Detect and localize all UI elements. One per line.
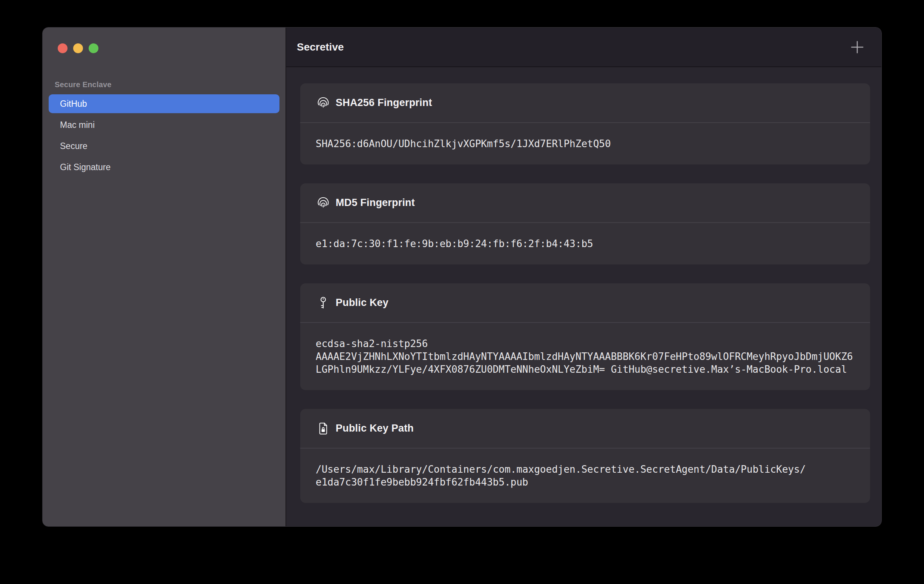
card-public-key: Public Key ecdsa-sha2-nistp256 AAAAE2VjZ… <box>300 283 870 390</box>
sidebar-item-mac-mini[interactable]: Mac mini <box>49 116 279 134</box>
plus-icon <box>850 40 864 54</box>
card-header: SHA256 Fingerprint <box>300 83 870 123</box>
fingerprint-icon <box>316 195 331 210</box>
main-content: Secretive <box>286 28 881 526</box>
sha256-fingerprint-value[interactable]: SHA256:d6AnOU/UDhcihZlkjvXGPKmf5s/1JXd7E… <box>300 123 870 164</box>
traffic-lights <box>43 43 285 53</box>
sidebar-item-git-signature[interactable]: Git Signature <box>49 158 279 177</box>
sidebar-item-secure[interactable]: Secure <box>49 137 279 156</box>
card-title: Public Key <box>336 297 388 309</box>
zoom-button[interactable] <box>89 43 99 53</box>
card-title: MD5 Fingerprint <box>336 197 415 208</box>
secretive-window: Secure Enclave GitHub Mac mini Secure Gi… <box>42 27 882 527</box>
add-secret-button[interactable] <box>850 40 865 55</box>
card-title: SHA256 Fingerprint <box>336 97 432 109</box>
public-key-value[interactable]: ecdsa-sha2-nistp256 AAAAE2VjZHNhLXNoYTIt… <box>300 323 870 390</box>
fingerprint-icon <box>316 96 331 111</box>
sidebar-item-label: GitHub <box>60 99 87 109</box>
page-title: Secretive <box>297 41 344 53</box>
sidebar-item-github[interactable]: GitHub <box>49 94 279 113</box>
public-key-path-value[interactable]: /Users/max/Library/Containers/com.maxgoe… <box>300 448 870 503</box>
close-button[interactable] <box>58 43 68 53</box>
sidebar-item-label: Mac mini <box>60 120 95 130</box>
card-header: MD5 Fingerprint <box>300 184 870 223</box>
doc-lock-icon <box>316 421 331 436</box>
card-title: Public Key Path <box>336 422 414 434</box>
key-icon <box>316 295 331 311</box>
sidebar: Secure Enclave GitHub Mac mini Secure Gi… <box>43 28 286 526</box>
card-public-key-path: Public Key Path /Users/max/Library/Conta… <box>300 409 870 503</box>
card-md5-fingerprint: MD5 Fingerprint e1:da:7c:30:f1:fe:9b:eb:… <box>300 184 870 265</box>
card-sha256-fingerprint: SHA256 Fingerprint SHA256:d6AnOU/UDhcihZ… <box>300 83 870 164</box>
card-header: Public Key Path <box>300 409 870 448</box>
secret-detail: SHA256 Fingerprint SHA256:d6AnOU/UDhcihZ… <box>286 67 881 526</box>
secret-list: GitHub Mac mini Secure Git Signature <box>43 94 285 177</box>
md5-fingerprint-value[interactable]: e1:da:7c:30:f1:fe:9b:eb:b9:24:fb:f6:2f:b… <box>300 223 870 265</box>
titlebar: Secretive <box>286 28 881 67</box>
sidebar-section-label: Secure Enclave <box>55 80 285 89</box>
minimize-button[interactable] <box>73 43 83 53</box>
sidebar-item-label: Secure <box>60 141 87 151</box>
sidebar-item-label: Git Signature <box>60 162 111 172</box>
card-header: Public Key <box>300 283 870 323</box>
